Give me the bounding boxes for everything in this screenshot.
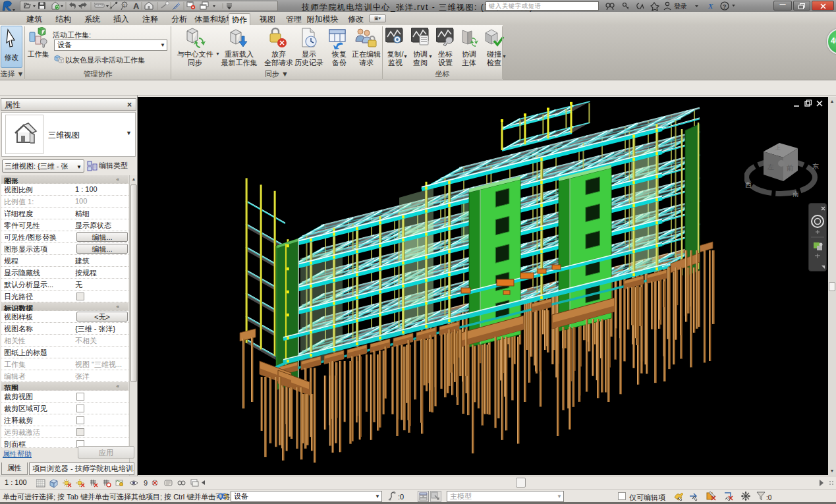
svg-text:X: X (708, 2, 713, 10)
svg-text:?: ? (723, 3, 727, 10)
svg-text:上: 上 (775, 145, 781, 151)
svg-text:登录: 登录 (674, 3, 687, 10)
svg-text:1: 1 (123, 3, 126, 7)
svg-text:南: 南 (793, 190, 799, 198)
svg-text:9: 9 (144, 479, 148, 487)
svg-text:前: 前 (786, 164, 794, 172)
svg-text:A: A (133, 1, 140, 11)
svg-text:左: 左 (767, 163, 774, 171)
svg-text:东: 东 (812, 163, 819, 170)
svg-text:西: 西 (745, 181, 752, 188)
